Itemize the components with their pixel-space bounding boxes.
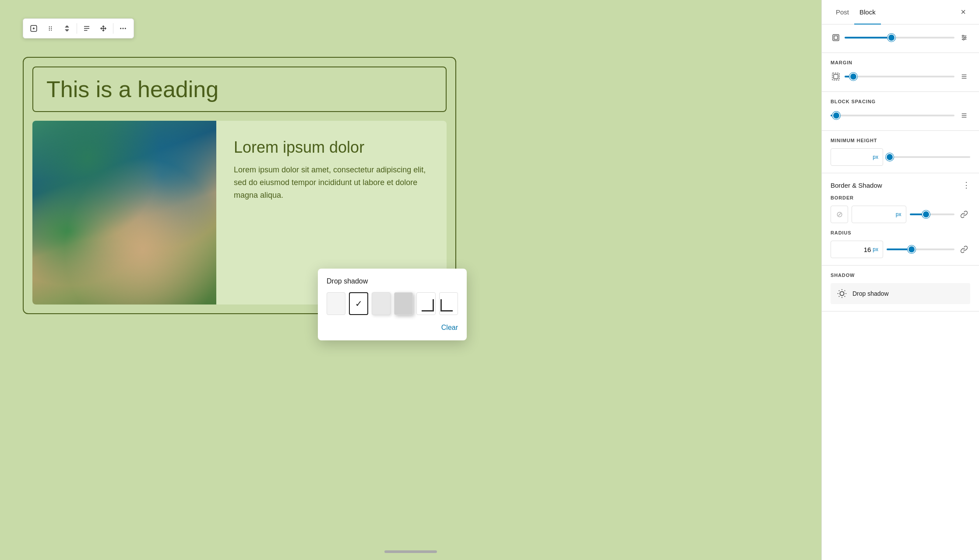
border-slider-thumb: [923, 211, 929, 217]
shadow-option-light[interactable]: [372, 292, 391, 315]
radius-slider-filled: [887, 248, 909, 250]
border-label: BORDER: [831, 195, 970, 200]
svg-rect-10: [833, 35, 839, 41]
border-shadow-header: Border & Shadow ⋮: [831, 180, 970, 190]
padding-slider-thumb: [888, 35, 894, 41]
link-icon-button[interactable]: [26, 21, 42, 36]
radius-label: RADIUS: [831, 230, 970, 235]
drop-shadow-popup: Drop shadow ✓ Clear: [318, 269, 467, 340]
svg-point-4: [51, 28, 52, 29]
svg-point-6: [51, 30, 52, 31]
svg-line-33: [839, 296, 839, 297]
border-width-input-box[interactable]: px: [852, 206, 906, 223]
move-button[interactable]: [95, 21, 111, 36]
block-spacing-label: BLOCK SPACING: [831, 99, 970, 104]
check-icon: ✓: [355, 298, 363, 309]
border-slider[interactable]: [910, 214, 955, 215]
corner-bl-icon: [440, 299, 453, 312]
border-shadow-section: Border & Shadow ⋮ BORDER ⊘ px: [822, 173, 979, 266]
margin-slider-thumb: [850, 74, 856, 80]
radius-slider[interactable]: [887, 248, 954, 250]
margin-settings-button[interactable]: [958, 70, 970, 83]
svg-point-7: [120, 28, 121, 29]
shadow-option-medium[interactable]: [394, 292, 413, 315]
toolbar-divider-2: [113, 23, 113, 34]
clear-button[interactable]: Clear: [441, 324, 458, 332]
svg-point-9: [125, 28, 126, 29]
more-options-button[interactable]: [115, 21, 131, 36]
border-shadow-menu-button[interactable]: ⋮: [962, 180, 970, 190]
canvas-scrollbar[interactable]: [384, 550, 437, 553]
radius-input-box[interactable]: px: [831, 241, 883, 258]
align-button[interactable]: [79, 21, 95, 36]
svg-rect-19: [834, 74, 838, 79]
margin-section: MARGIN: [822, 53, 979, 92]
radius-link-button[interactable]: [958, 243, 970, 256]
radius-input[interactable]: [853, 246, 871, 253]
block-spacing-slider-track[interactable]: [831, 115, 954, 116]
svg-point-1: [49, 26, 50, 27]
min-height-input[interactable]: [845, 154, 871, 161]
media-title: Lorem ipsum dolor: [234, 138, 429, 157]
min-height-slider[interactable]: [887, 156, 970, 158]
border-width-input[interactable]: [877, 211, 894, 218]
heading-text: This is a heading: [46, 76, 433, 102]
heading-block[interactable]: This is a heading: [32, 66, 447, 112]
sidebar: Post Block ×: [821, 0, 979, 560]
sidebar-content: MARGIN: [822, 24, 979, 560]
popup-title: Drop shadow: [327, 277, 458, 285]
margin-label: MARGIN: [831, 60, 970, 65]
popup-clear: Clear: [327, 324, 458, 332]
border-color-box[interactable]: ⊘: [831, 206, 848, 223]
shadow-option-corner-br[interactable]: [416, 292, 435, 315]
sun-icon: [836, 287, 848, 300]
svg-point-3: [49, 28, 50, 29]
radius-unit: px: [873, 246, 878, 252]
shadow-item[interactable]: Drop shadow: [831, 283, 970, 304]
canvas-area: This is a heading Lorem ipsum dolor Lore…: [0, 0, 821, 560]
border-row: ⊘ px: [831, 206, 970, 223]
margin-slider-filled: [845, 76, 850, 77]
padding-icon: [831, 32, 841, 43]
block-spacing-slider-thumb: [833, 112, 839, 119]
margin-icon: [831, 71, 841, 82]
padding-slider-track[interactable]: [845, 37, 954, 38]
shadow-option-check[interactable]: ✓: [349, 292, 368, 315]
svg-line-29: [839, 290, 839, 291]
media-body: Lorem ipsum dolor sit amet, consectetur …: [234, 164, 429, 201]
padding-slider-filled: [845, 37, 888, 38]
min-height-section: MINIMUM HEIGHT px: [822, 131, 979, 173]
close-sidebar-button[interactable]: ×: [956, 5, 970, 19]
border-slash-icon: ⊘: [836, 210, 843, 219]
tab-post[interactable]: Post: [831, 0, 854, 24]
tab-block[interactable]: Block: [854, 0, 881, 24]
shadow-item-name: Drop shadow: [852, 290, 889, 297]
shadow-option-corner-bl[interactable]: [439, 292, 458, 315]
padding-slider-row: [831, 32, 970, 44]
min-height-label: MINIMUM HEIGHT: [831, 138, 970, 143]
radius-slider-thumb: [909, 246, 915, 252]
min-height-slider-thumb: [887, 154, 893, 160]
border-slider-filled: [910, 214, 923, 215]
svg-line-34: [845, 290, 845, 291]
svg-point-16: [965, 37, 966, 38]
svg-point-26: [840, 291, 844, 295]
up-down-button[interactable]: [59, 21, 75, 36]
shadow-label: SHADOW: [831, 273, 970, 278]
drag-handle-button[interactable]: [42, 21, 58, 36]
sidebar-tabs: Post Block ×: [822, 0, 979, 24]
shadow-options: ✓: [327, 292, 458, 315]
border-link-button[interactable]: [958, 208, 970, 220]
media-image[interactable]: [32, 121, 216, 304]
svg-point-2: [51, 26, 52, 27]
block-spacing-settings-button[interactable]: [958, 109, 970, 122]
block-spacing-slider-row: [831, 109, 970, 122]
media-image-bg: [32, 121, 216, 304]
min-height-input-box[interactable]: px: [831, 148, 883, 166]
toolbar-divider: [77, 23, 77, 34]
shadow-option-none[interactable]: [327, 292, 345, 315]
border-unit: px: [896, 211, 902, 217]
svg-line-30: [845, 296, 845, 297]
padding-settings-button[interactable]: [958, 32, 970, 44]
margin-slider-track[interactable]: [845, 76, 954, 77]
